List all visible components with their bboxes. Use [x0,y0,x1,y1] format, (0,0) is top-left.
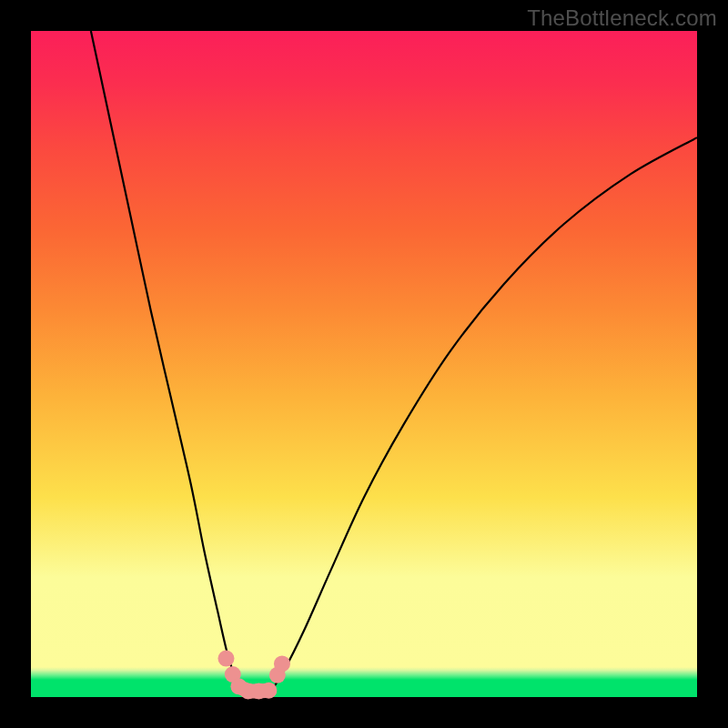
curve-layer [31,31,697,697]
plot-area [31,31,697,697]
highlight-dot [260,682,277,699]
highlight-dot [217,651,234,667]
chart-frame: TheBottleneck.com [0,0,728,728]
right-curve [271,137,697,692]
watermark-text: TheBottleneck.com [527,5,717,31]
highlight-dot [274,655,290,672]
highlight-markers [217,651,289,700]
left-curve [91,31,241,692]
